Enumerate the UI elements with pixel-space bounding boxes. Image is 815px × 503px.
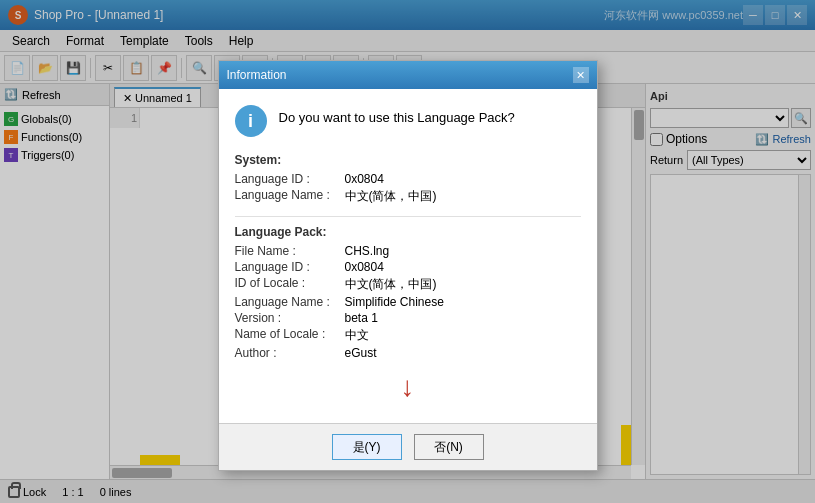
pack-row-1: Language ID : 0x0804 xyxy=(235,259,581,275)
pack-value-0: CHS.lng xyxy=(345,244,390,258)
pack-label-6: Author : xyxy=(235,346,345,360)
pack-value-5: 中文 xyxy=(345,327,369,344)
modal-overlay: Information ✕ i Do you want to use this … xyxy=(0,0,815,503)
yes-button[interactable]: 是(Y) xyxy=(332,434,402,460)
pack-row-4: Version : beta 1 xyxy=(235,310,581,326)
dialog-titlebar: Information ✕ xyxy=(219,61,597,89)
system-label-0: Language ID : xyxy=(235,172,345,186)
dialog-footer: 是(Y) 否(N) xyxy=(219,423,597,470)
no-button[interactable]: 否(N) xyxy=(414,434,484,460)
pack-value-4: beta 1 xyxy=(345,311,378,325)
pack-value-3: Simplifide Chinese xyxy=(345,295,444,309)
pack-label-2: ID of Locale : xyxy=(235,276,345,293)
system-row-1: Language Name : 中文(简体，中国) xyxy=(235,187,581,206)
dialog-arrow: ↓ xyxy=(235,371,581,403)
dialog-content: i Do you want to use this Language Pack?… xyxy=(219,89,597,423)
info-icon: i xyxy=(235,105,267,137)
dialog-separator xyxy=(235,216,581,217)
system-value-0: 0x0804 xyxy=(345,172,384,186)
dialog: Information ✕ i Do you want to use this … xyxy=(218,60,598,471)
pack-value-6: eGust xyxy=(345,346,377,360)
system-section: System: Language ID : 0x0804 Language Na… xyxy=(235,153,581,206)
pack-row-6: Author : eGust xyxy=(235,345,581,361)
pack-value-2: 中文(简体，中国) xyxy=(345,276,437,293)
dialog-top-row: i Do you want to use this Language Pack? xyxy=(235,105,581,137)
system-label-1: Language Name : xyxy=(235,188,345,205)
pack-label-1: Language ID : xyxy=(235,260,345,274)
system-row-0: Language ID : 0x0804 xyxy=(235,171,581,187)
dialog-title: Information xyxy=(227,68,287,82)
pack-row-0: File Name : CHS.lng xyxy=(235,243,581,259)
pack-row-3: Language Name : Simplifide Chinese xyxy=(235,294,581,310)
pack-label-5: Name of Locale : xyxy=(235,327,345,344)
dialog-question: Do you want to use this Language Pack? xyxy=(279,105,515,127)
pack-row-5: Name of Locale : 中文 xyxy=(235,326,581,345)
dialog-close-button[interactable]: ✕ xyxy=(573,67,589,83)
pack-label-0: File Name : xyxy=(235,244,345,258)
pack-value-1: 0x0804 xyxy=(345,260,384,274)
pack-label-3: Language Name : xyxy=(235,295,345,309)
pack-section-title: Language Pack: xyxy=(235,225,581,239)
system-value-1: 中文(简体，中国) xyxy=(345,188,437,205)
pack-label-4: Version : xyxy=(235,311,345,325)
system-section-title: System: xyxy=(235,153,581,167)
pack-section: Language Pack: File Name : CHS.lng Langu… xyxy=(235,225,581,361)
pack-row-2: ID of Locale : 中文(简体，中国) xyxy=(235,275,581,294)
